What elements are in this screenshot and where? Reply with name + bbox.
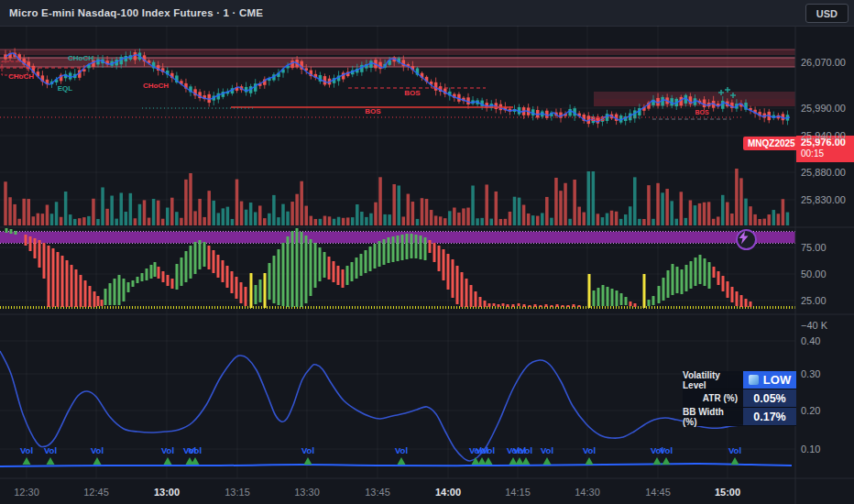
vol-signal-markers: VolVolVolVolVolVolVolVolVolVolVolVolVolV…: [20, 445, 741, 465]
time-axis-label: 12:30: [14, 487, 39, 498]
vol-signal-triangle: [93, 457, 102, 465]
time-axis-label: 14:15: [505, 487, 531, 498]
svg-text:BOS: BOS: [365, 107, 381, 115]
vol-signal-label: Vol: [44, 445, 57, 455]
svg-text:BOS: BOS: [695, 109, 709, 115]
chart-canvas[interactable]: CHoCHCHoCHEQLCHoCHBOSBOSBOSBOSVolVolVolV…: [0, 26, 854, 504]
vol-signal-label: Vol: [301, 445, 314, 455]
price-axis-label: 25,940.00: [801, 130, 846, 141]
price-axis-label: −40 K: [801, 320, 827, 331]
vol-signal-triangle: [192, 457, 200, 465]
volatility-table: Volatility Level LOW ATR (%) 0.05% BB Wi…: [683, 371, 796, 426]
lightning-bolt-button[interactable]: [736, 229, 757, 250]
time-axis-label: 13:00: [154, 487, 180, 498]
bb-width-label: BB Width (%): [683, 408, 743, 426]
svg-text:EQL: EQL: [58, 84, 73, 93]
vol-signal-triangle: [164, 457, 172, 465]
vol-signal-label: Vol: [482, 445, 495, 455]
vol-signal-label: Vol: [520, 445, 532, 455]
vol-signal-triangle: [522, 457, 531, 465]
time-axis-label: 13:30: [294, 487, 320, 498]
baseline-line: [0, 464, 792, 466]
volatility-level-value: LOW: [743, 371, 796, 389]
vol-signal-label: Vol: [189, 445, 202, 455]
vol-signal-triangle: [662, 457, 671, 465]
atr-percent-label: ATR (%): [683, 389, 743, 408]
symbol-title: Micro E-mini Nasdaq-100 Index Futures · …: [9, 7, 263, 18]
currency-button[interactable]: USD: [805, 4, 849, 23]
vol-signal-label: Vol: [660, 445, 673, 455]
price-axis-label: 26,070.00: [801, 57, 846, 68]
price-axis-label: 0.40: [801, 335, 820, 346]
ice-cube-icon: [749, 375, 759, 385]
vol-signal-triangle: [47, 457, 55, 465]
time-axis-label: 14:45: [645, 487, 671, 498]
time-axis-label: 13:45: [365, 487, 390, 498]
price-zones: [0, 49, 795, 106]
svg-text:CHoCH: CHoCH: [68, 54, 93, 62]
vol-signal-label: Vol: [91, 445, 104, 455]
price-axis-label: 25.00: [801, 295, 827, 306]
svg-text:CHoCH: CHoCH: [8, 72, 34, 81]
time-axis-label: 13:15: [224, 487, 250, 498]
vol-signal-triangle: [586, 457, 594, 465]
vol-signal-triangle: [398, 457, 406, 465]
time-axis-label: 14:00: [435, 487, 461, 498]
vol-signal-label: Vol: [395, 445, 408, 455]
chart-svg: CHoCHCHoCHEQLCHoCHBOSBOSBOSBOSVolVolVolV…: [0, 26, 854, 504]
price-axis-label: 0.10: [801, 444, 820, 455]
symbol-price-badge[interactable]: MNQZ2025: [743, 137, 800, 150]
price-axis-label: 0.20: [801, 405, 820, 416]
chart-header: Micro E-mini Nasdaq-100 Index Futures · …: [0, 0, 854, 27]
price-axis-label: 25,880.00: [801, 167, 846, 178]
vol-signal-triangle: [304, 457, 312, 465]
vol-signal-triangle: [653, 457, 662, 465]
vol-signal-label: Vol: [541, 445, 553, 455]
price-axis-label: 25,990.00: [801, 103, 846, 114]
trading-app-window: Micro E-mini Nasdaq-100 Index Futures · …: [0, 0, 854, 504]
price-axis-label: 75.00: [801, 242, 827, 253]
vol-signal-triangle: [509, 457, 518, 465]
atr-line: [0, 351, 748, 461]
oscillator-panel: [0, 228, 795, 308]
price-axis-label: 50.00: [801, 268, 827, 279]
time-axis-label: 14:30: [575, 487, 600, 498]
vol-signal-label: Vol: [583, 445, 596, 455]
vol-signal-triangle: [543, 457, 552, 465]
vol-signal-triangle: [516, 457, 524, 465]
volume-bars: [4, 169, 789, 225]
svg-text:BOS: BOS: [590, 115, 605, 122]
svg-text:CHoCH: CHoCH: [143, 82, 169, 90]
bb-width-value: 0.17%: [743, 408, 796, 426]
time-axis-label: 15:00: [715, 487, 740, 498]
price-axis-label: 0.30: [801, 368, 820, 379]
svg-text:BOS: BOS: [404, 89, 421, 97]
vol-signal-triangle: [731, 457, 739, 465]
vol-signal-triangle: [485, 457, 493, 465]
vol-signal-label: Vol: [161, 445, 174, 455]
lightning-bolt-icon: [738, 231, 750, 245]
vol-signal-label: Vol: [728, 445, 741, 455]
vol-signal-label: Vol: [20, 445, 33, 455]
atr-percent-value: 0.05%: [743, 389, 796, 408]
volatility-level-label: Volatility Level: [683, 371, 743, 389]
vol-signal-triangle: [23, 457, 31, 465]
vol-signal-triangle: [478, 457, 487, 465]
price-axis-label: 25,830.00: [801, 194, 846, 205]
time-axis-label: 12:45: [83, 487, 109, 498]
bar-countdown: 00:15: [801, 148, 854, 159]
